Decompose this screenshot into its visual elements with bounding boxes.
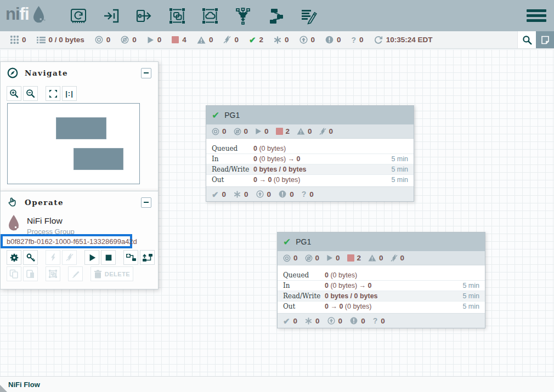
zoom-out-button[interactable]: [23, 86, 38, 101]
invalid-count: 0: [209, 36, 213, 44]
paste-button[interactable]: [23, 266, 38, 281]
operate-title: Operate: [25, 198, 64, 207]
pg1-up-to-date-check-icon: ✔: [212, 111, 219, 120]
group-button[interactable]: [46, 266, 60, 281]
save-template-button[interactable]: [123, 250, 138, 265]
label-tool-icon[interactable]: [299, 7, 318, 25]
process-group-component-1[interactable]: ✔ PG1 0 0 0 2 0 0 Queued 0 (0 bytes) In …: [206, 105, 414, 202]
invalid-status: 0: [197, 36, 213, 44]
navigate-collapse-button[interactable]: [141, 68, 151, 78]
navigate-header: Navigate: [1, 62, 158, 82]
enable-lightning-button[interactable]: [46, 250, 60, 265]
pg2-disabled-count: 0: [400, 254, 405, 262]
pg2-footer-modified-stale-count: 0: [361, 317, 365, 325]
pg2-out-row: Out 0 → 0 (0 bytes) 5 min: [278, 301, 485, 311]
pg1-header: ✔ PG1: [206, 106, 414, 124]
refresh-status[interactable]: 10:35:24 EDT: [374, 36, 433, 44]
search-button[interactable]: [517, 31, 536, 48]
running-status: 0: [147, 36, 162, 44]
input-port-tool-icon[interactable]: [102, 7, 121, 25]
pg1-name: PG1: [224, 111, 240, 120]
zoom-in-button[interactable]: [7, 86, 21, 101]
funnel-tool-icon[interactable]: [234, 7, 252, 25]
processor-tool-icon[interactable]: [69, 7, 88, 25]
disable-lightning-button[interactable]: [62, 250, 77, 265]
navigate-buttons: |:|: [7, 86, 158, 101]
delete-label: DELETE: [105, 271, 130, 277]
nifi-logo-text-fi: fi: [20, 4, 29, 24]
pg1-out-label: Out: [206, 176, 253, 184]
minimap-process-group-1: [56, 117, 106, 139]
pg2-footer-asterisk-icon: [305, 317, 312, 325]
pg1-readwrite-row: Read/Write 0 bytes / 0 bytes 5 min: [206, 164, 414, 174]
access-policies-key-button[interactable]: [23, 250, 38, 265]
pg2-disabled-icon: [391, 254, 398, 262]
process-group-tool-icon[interactable]: [168, 7, 186, 25]
pg1-running-count: 0: [264, 127, 269, 135]
breadcrumb-bar: NiFi Flow: [0, 376, 554, 392]
start-button[interactable]: [84, 250, 99, 265]
transmitting-count: 0: [106, 36, 111, 44]
pg2-stopped-count: 2: [357, 254, 361, 262]
up-to-date-check-icon: ✔: [249, 36, 256, 44]
operate-buttons-row-1: [7, 250, 155, 265]
process-group-component-2[interactable]: ✔ PG1 0 0 0 2 0 0 Queued 0 (0 bytes) In …: [277, 232, 485, 328]
zoom-actual-size-button[interactable]: |:|: [62, 86, 77, 101]
compass-icon: [7, 67, 18, 78]
operate-palette: Operate NiFi Flow Process Group b0f827fb…: [0, 191, 159, 289]
zoom-fit-button[interactable]: [46, 86, 60, 101]
disabled-status: 0: [223, 36, 239, 44]
pg2-out-value: 0 → 0 (0 bytes): [325, 303, 456, 310]
pg2-footer-stale-count: 0: [338, 317, 343, 325]
not-transmitting-count: 0: [132, 36, 137, 44]
pg2-name: PG1: [296, 237, 311, 246]
template-tool-icon[interactable]: [267, 7, 285, 25]
remote-process-group-tool-icon[interactable]: [201, 7, 219, 25]
selected-flow-name: NiFi Flow: [27, 216, 75, 226]
stopped-icon: [172, 36, 179, 43]
fill-color-brush-button[interactable]: [68, 266, 83, 281]
pg1-in-value: 0 (0 bytes) → 0: [253, 155, 385, 163]
pg2-footer-modified-stale-icon: [350, 317, 358, 325]
global-menu-button[interactable]: [527, 9, 546, 22]
selected-component-info: NiFi Flow Process Group: [1, 211, 158, 236]
delete-button[interactable]: DELETE: [91, 266, 133, 281]
copy-button[interactable]: [7, 266, 21, 281]
configuration-gear-button[interactable]: [7, 250, 21, 265]
canvas-resize-corner[interactable]: [0, 385, 7, 392]
pg1-footer-check-icon: ✔: [212, 190, 219, 198]
output-port-tool-icon[interactable]: [135, 7, 154, 25]
pg1-footer-uptodate-count: 0: [222, 190, 227, 198]
stale-count: 0: [311, 36, 315, 44]
upload-template-button[interactable]: [140, 250, 155, 265]
pg2-transmitting-icon: [283, 254, 291, 262]
pg2-readwrite-window: 5 min: [456, 292, 485, 300]
pg1-stats: Queued 0 (0 bytes) In 0 (0 bytes) → 0 5 …: [206, 139, 414, 185]
pg2-out-label: Out: [278, 303, 325, 310]
pg2-transmitting-count: 0: [293, 254, 298, 262]
pg1-disabled-icon: [319, 128, 326, 135]
not-transmitting-icon: [121, 36, 129, 44]
pg2-footer-uptodate-count: 0: [293, 317, 298, 325]
pg1-disabled-count: 0: [329, 127, 333, 135]
birdseye-minimap[interactable]: [7, 103, 140, 184]
breadcrumb-root-link[interactable]: NiFi Flow: [8, 380, 40, 389]
running-count: 0: [157, 36, 162, 44]
pg1-stopped-count: 2: [286, 127, 290, 135]
operate-collapse-button[interactable]: [141, 197, 151, 208]
pg2-not-transmitting-count: 0: [315, 254, 320, 262]
stop-button[interactable]: [101, 250, 116, 265]
flow-id-highlight-box: b0f827fb-0162-1000-f651-13328699a42d: [1, 234, 132, 248]
pg1-not-transmitting-icon: [234, 128, 241, 135]
locally-modified-status: 0: [274, 36, 289, 44]
note-page-icon: [540, 35, 550, 45]
up-to-date-status: ✔ 2: [249, 36, 263, 44]
pg2-up-to-date-check-icon: ✔: [283, 237, 291, 247]
pg1-queued-value: 0 (0 bytes): [253, 145, 385, 152]
pg1-transmitting-count: 0: [222, 127, 227, 135]
queued-status: 0 / 0 bytes: [37, 36, 84, 44]
stopped-status: 4: [172, 36, 186, 44]
navigate-title: Navigate: [25, 69, 68, 77]
bulletin-note-button[interactable]: [536, 31, 554, 48]
pg1-footer-question-icon: ?: [302, 190, 307, 198]
